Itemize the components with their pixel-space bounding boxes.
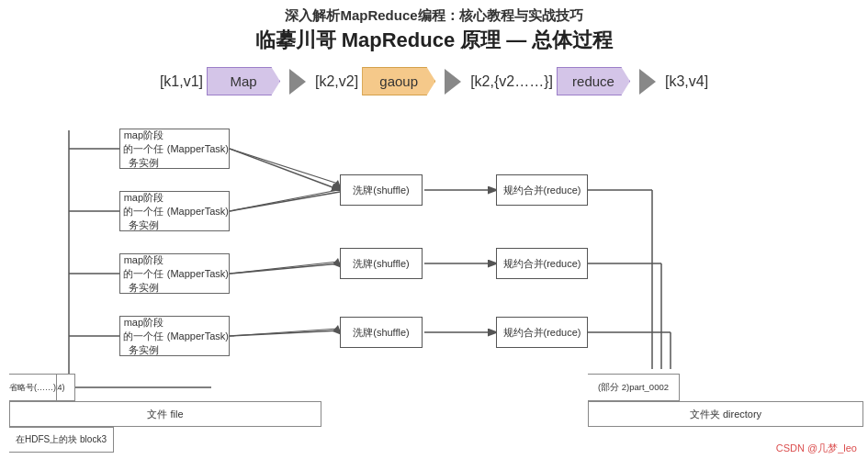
arrow2 [445,69,461,95]
svg-line-5 [230,149,340,190]
mapper-2: map阶段的一个任务实例 (MapperTask) [119,191,230,231]
flow-output2: [k2,{v2……}] [470,73,553,90]
shuffle-2: 洗牌(shuffle) [340,248,423,279]
reduce-arrow-box: reduce [557,67,630,95]
flow-output3: [k3,v4] [665,73,708,90]
svg-line-6 [230,192,340,211]
watermark: CSDN @几梦_leo [776,442,857,455]
part-2: (部分 2)part_0002 [588,374,680,401]
shuffle-1: 洗牌(shuffle) [340,174,423,206]
map-arrow-box: Map [207,67,280,95]
gaoup-arrow-box: gaoup [362,67,435,95]
svg-line-7 [230,263,340,274]
shuffle-3: 洗牌(shuffle) [340,317,423,348]
flow-row: [k1,v1] Map [k2,v2] gaoup [k2,{v2……}] re… [0,67,868,95]
flow-output1: [k2,v2] [315,73,358,90]
svg-line-22 [230,190,338,211]
svg-line-25 [230,329,338,336]
map-label: Map [207,67,280,95]
title-top: 深入解析MapReduce编程：核心教程与实战技巧 [0,7,868,25]
directory-row: 文件夹 directory [588,401,863,427]
mapper-4: map阶段的一个任务实例 (MapperTask) [119,316,230,356]
svg-line-23 [230,262,338,274]
file-row: 文件 file [9,401,321,427]
arrow3 [639,69,656,95]
split-more: 省略号(……) [9,374,57,401]
mapper-3: map阶段的一个任务实例 (MapperTask) [119,253,230,294]
reduce-2: 规约合并(reduce) [496,248,588,279]
header: 深入解析MapReduce编程：核心教程与实战技巧 临摹川哥 MapReduce… [0,0,868,58]
diagram: map阶段的一个任务实例 (MapperTask) map阶段的一个任务实例 (… [0,103,868,424]
reduce-3: 规约合并(reduce) [496,317,588,348]
title-main: 临摹川哥 MapReduce 原理 — 总体过程 [0,27,868,54]
hdfs-block-3: 在HDFS上的块 block3 [9,427,114,453]
flow-input: [k1,v1] [160,73,203,90]
svg-line-20 [230,149,338,184]
gaoup-label: gaoup [362,67,435,95]
reduce-1: 规约合并(reduce) [496,174,588,206]
arrow1 [289,69,306,95]
reduce-label: reduce [557,67,630,95]
svg-line-8 [230,330,340,336]
mapper-1: map阶段的一个任务实例 (MapperTask) [119,129,230,169]
